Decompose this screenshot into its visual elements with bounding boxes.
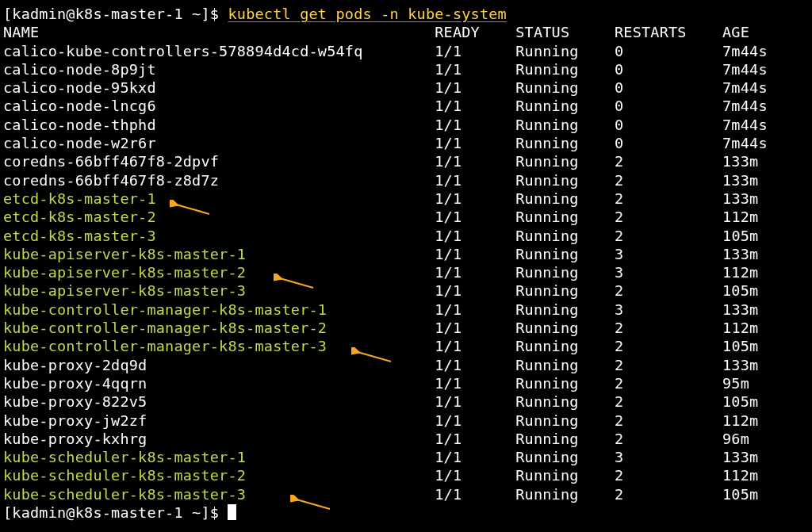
table-body: calico-kube-controllers-578894d4cd-w54fq…: [3, 42, 810, 503]
table-row: kube-apiserver-k8s-master-1 1/1 Running …: [3, 245, 810, 263]
table-row: kube-proxy-4qqrn 1/1 Running 2 95m: [3, 374, 810, 392]
table-row: kube-controller-manager-k8s-master-1 1/1…: [3, 300, 810, 319]
table-row: kube-controller-manager-k8s-master-2 1/1…: [3, 319, 810, 337]
pod-name: kube-apiserver-k8s-master-2: [3, 264, 246, 281]
pod-name: kube-apiserver-k8s-master-3: [3, 282, 246, 299]
table-row: calico-node-thphd 1/1 Running 0 7m44s: [3, 116, 810, 134]
table-header: NAME READY STATUS RESTARTS AGE: [3, 23, 810, 41]
table-row: etcd-k8s-master-2 1/1 Running 2 112m: [3, 208, 810, 226]
table-row: etcd-k8s-master-1 1/1 Running 2 133m: [3, 189, 810, 208]
table-row: kube-apiserver-k8s-master-2 1/1 Running …: [3, 263, 810, 281]
cursor: [228, 504, 236, 520]
pod-name: kube-controller-manager-k8s-master-2: [3, 320, 327, 336]
table-row: kube-scheduler-k8s-master-2 1/1 Running …: [3, 466, 810, 484]
table-row: kube-scheduler-k8s-master-1 1/1 Running …: [3, 448, 810, 466]
table-row: calico-node-8p9jt 1/1 Running 0 7m44s: [3, 60, 810, 78]
prompt-line-2: [kadmin@k8s-master-1 ~]$: [3, 503, 810, 522]
pod-name: etcd-k8s-master-1: [3, 190, 156, 207]
table-row: etcd-k8s-master-3 1/1 Running 2 105m: [3, 227, 810, 245]
pod-name: kube-apiserver-k8s-master-1: [3, 246, 246, 262]
pod-name: kube-scheduler-k8s-master-3: [3, 486, 246, 503]
table-row: coredns-66bff467f8-z8d7z 1/1 Running 2 1…: [3, 171, 810, 189]
table-row: calico-node-95kxd 1/1 Running 0 7m44s: [3, 78, 810, 97]
pod-name: etcd-k8s-master-3: [3, 228, 156, 244]
terminal[interactable]: [kadmin@k8s-master-1 ~]$ kubectl get pod…: [0, 0, 812, 523]
pod-name: kube-controller-manager-k8s-master-3: [3, 338, 327, 354]
prompt-line-1: [kadmin@k8s-master-1 ~]$ kubectl get pod…: [3, 5, 810, 23]
shell-prompt-2: [kadmin@k8s-master-1 ~]$: [3, 504, 228, 521]
table-row: calico-kube-controllers-578894d4cd-w54fq…: [3, 42, 810, 60]
pod-name: kube-scheduler-k8s-master-1: [3, 449, 246, 465]
command-text: kubectl get pods -n kube-system: [228, 6, 506, 22]
table-row: coredns-66bff467f8-2dpvf 1/1 Running 2 1…: [3, 152, 810, 170]
table-row: kube-proxy-2dq9d 1/1 Running 2 133m: [3, 356, 810, 374]
shell-prompt: [kadmin@k8s-master-1 ~]$: [3, 6, 228, 22]
table-row: kube-controller-manager-k8s-master-3 1/1…: [3, 337, 810, 355]
pod-name: kube-scheduler-k8s-master-2: [3, 467, 246, 484]
table-row: kube-proxy-kxhrg 1/1 Running 2 96m: [3, 430, 810, 448]
pod-name: etcd-k8s-master-2: [3, 209, 156, 225]
table-row: calico-node-lncg6 1/1 Running 0 7m44s: [3, 97, 810, 115]
table-row: kube-apiserver-k8s-master-3 1/1 Running …: [3, 281, 810, 300]
pod-name: kube-controller-manager-k8s-master-1: [3, 301, 327, 318]
table-row: kube-proxy-jw2zf 1/1 Running 2 112m: [3, 411, 810, 430]
table-row: kube-proxy-822v5 1/1 Running 2 105m: [3, 392, 810, 411]
table-row: calico-node-w2r6r 1/1 Running 0 7m44s: [3, 134, 810, 152]
table-row: kube-scheduler-k8s-master-3 1/1 Running …: [3, 485, 810, 503]
